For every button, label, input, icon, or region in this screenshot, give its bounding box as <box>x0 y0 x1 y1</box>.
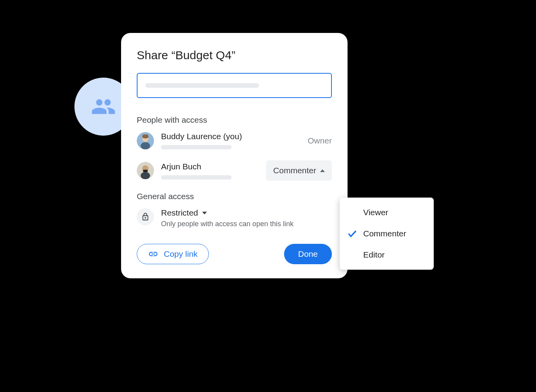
general-section-label: General access <box>137 192 332 201</box>
option-label: Editor <box>363 250 385 260</box>
svg-rect-3 <box>142 134 148 138</box>
svg-rect-2 <box>141 142 150 149</box>
chevron-down-icon <box>202 212 207 214</box>
email-skeleton <box>161 175 232 180</box>
dropdown-option-viewer[interactable]: Viewer <box>340 202 434 223</box>
dropdown-option-editor[interactable]: Editor <box>340 245 434 265</box>
dialog-title: Share “Budget Q4” <box>137 49 332 62</box>
people-icon <box>91 94 116 119</box>
role-owner-label: Owner <box>308 136 332 145</box>
restricted-label: Restricted <box>161 208 198 218</box>
check-icon <box>347 228 358 239</box>
dropdown-option-commenter[interactable]: Commenter <box>340 223 434 245</box>
restricted-dropdown[interactable]: Restricted <box>161 208 332 218</box>
avatar <box>137 132 154 149</box>
svg-rect-6 <box>141 172 150 179</box>
email-skeleton <box>161 145 232 149</box>
option-label: Commenter <box>363 229 406 238</box>
input-placeholder-skeleton <box>145 83 259 88</box>
role-dropdown-menu: Viewer Commenter Editor <box>340 198 434 270</box>
avatar <box>137 162 154 179</box>
lock-icon-circle <box>137 208 154 225</box>
option-label: Viewer <box>363 208 388 217</box>
share-dialog: Share “Budget Q4” People with access Bud… <box>121 33 348 278</box>
chevron-up-icon <box>320 169 325 172</box>
copy-link-button[interactable]: Copy link <box>137 244 209 264</box>
people-section-label: People with access <box>137 115 332 125</box>
person-row: Buddy Laurence (you) Owner <box>137 132 332 149</box>
restricted-description: Only people with access can open this li… <box>161 220 332 228</box>
lock-icon <box>141 212 150 221</box>
person-name: Arjun Buch <box>161 162 266 171</box>
copy-link-label: Copy link <box>164 249 197 259</box>
add-people-input[interactable] <box>137 73 332 98</box>
person-row: Arjun Buch Commenter <box>137 160 332 181</box>
role-dropdown-value: Commenter <box>273 166 316 175</box>
person-name: Buddy Laurence (you) <box>161 132 308 141</box>
role-dropdown[interactable]: Commenter <box>266 160 332 181</box>
svg-rect-7 <box>143 170 148 172</box>
link-icon <box>148 249 158 259</box>
done-button[interactable]: Done <box>284 244 332 264</box>
general-access-row: Restricted Only people with access can o… <box>137 208 332 228</box>
